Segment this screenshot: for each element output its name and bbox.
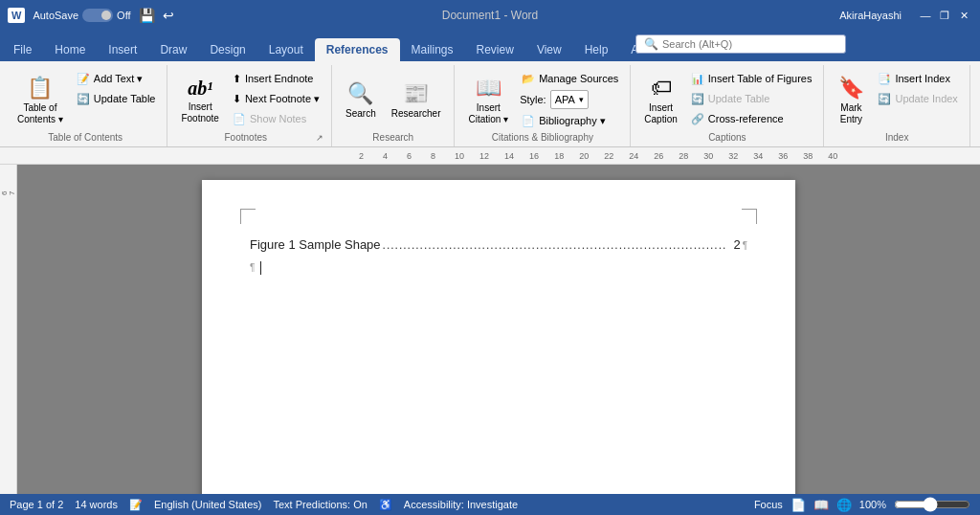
accessibility-label[interactable]: Accessibility: Investigate: [404, 499, 518, 510]
bibliography-button[interactable]: 📄 Bibliography ▾: [518, 111, 622, 130]
update-table-icon: 🔄: [77, 93, 90, 105]
print-layout-icon[interactable]: 📄: [791, 498, 806, 512]
toc-entry-figure1: Figure 1 Sample Shape ..................…: [250, 237, 747, 252]
insert-index-button[interactable]: 📑 Insert Index: [874, 69, 961, 88]
cursor-line[interactable]: ¶: [250, 259, 747, 275]
update-table-captions-button[interactable]: 🔄 Update Table: [687, 89, 816, 108]
search-btn-icon: 🔍: [347, 81, 373, 106]
ribbon-group-index: 🔖 MarkEntry 📑 Insert Index 🔄 Update Inde…: [824, 65, 969, 146]
show-notes-button[interactable]: 📄 Show Notes: [229, 109, 323, 128]
search-button[interactable]: 🔍 Search: [340, 69, 382, 132]
mark-entry-button[interactable]: 🔖 MarkEntry: [832, 69, 870, 132]
insert-footnote-label: InsertFootnote: [181, 101, 218, 124]
tab-draw[interactable]: Draw: [148, 38, 198, 61]
researcher-icon: 📰: [403, 81, 429, 106]
page-info: Page 1 of 2: [10, 499, 63, 510]
undo-icon[interactable]: ↩: [163, 8, 174, 23]
autosave-control[interactable]: AutoSave Off: [33, 9, 130, 22]
autosave-toggle-thumb: [101, 11, 111, 20]
spellcheck-icon[interactable]: 📝: [129, 499, 143, 511]
manage-sources-button[interactable]: 📂 Manage Sources: [518, 69, 622, 88]
ribbon-tabs: File Home Insert Draw Design Layout Refe…: [0, 31, 682, 61]
footnotes-dialog-launcher[interactable]: ↗: [316, 133, 323, 145]
tab-help[interactable]: Help: [573, 38, 620, 61]
corner-mark-tr: [742, 209, 757, 224]
search-bar[interactable]: 🔍: [635, 34, 846, 54]
paragraph-mark-2: ¶: [250, 262, 255, 273]
insert-footnote-icon: ab¹: [188, 77, 212, 100]
web-layout-icon[interactable]: 🌐: [836, 498, 852, 512]
doc-title: Document1 - Word: [442, 9, 538, 22]
document-page[interactable]: Figure 1 Sample Shape ..................…: [202, 180, 795, 494]
update-index-button[interactable]: 🔄 Update Index: [874, 89, 961, 108]
document-area: 1 2 3 4 5 6 7 8 9 10 11 12 Figure 1 Samp…: [0, 165, 980, 494]
vertical-ruler: 1 2 3 4 5 6 7 8 9 10 11 12: [0, 165, 17, 494]
maximize-button[interactable]: ❐: [936, 7, 953, 24]
bibliography-icon: 📄: [522, 115, 535, 127]
insert-citation-button[interactable]: 📖 InsertCitation ▾: [462, 69, 514, 132]
tab-layout[interactable]: Layout: [257, 38, 315, 61]
autosave-toggle-pill[interactable]: [82, 9, 113, 22]
research-group-content: 🔍 Search 📰 Researcher: [340, 69, 446, 132]
app-logo: W: [8, 8, 25, 23]
show-notes-icon: 📄: [233, 113, 246, 125]
captions-group-label: Captions: [638, 132, 815, 145]
titlebar: W AutoSave Off 💾 ↩ Document1 - Word Akir…: [0, 0, 980, 31]
zoom-slider[interactable]: [894, 499, 970, 510]
bibliography-label: Bibliography ▾: [539, 115, 606, 127]
read-mode-icon[interactable]: 📖: [813, 498, 829, 512]
researcher-label: Researcher: [391, 108, 441, 120]
insert-caption-label: InsertCaption: [644, 102, 677, 125]
cross-reference-button[interactable]: 🔗 Cross-reference: [687, 109, 816, 128]
language[interactable]: English (United States): [154, 499, 262, 510]
add-text-label: Add Text ▾: [94, 73, 144, 85]
focus-button[interactable]: Focus: [754, 499, 783, 510]
insert-tof-label: Insert Table of Figures: [708, 73, 813, 84]
manage-sources-label: Manage Sources: [539, 73, 618, 84]
search-input[interactable]: [662, 38, 837, 50]
style-selector[interactable]: Style: APA ▾: [518, 89, 622, 110]
style-dropdown[interactable]: APA ▾: [550, 90, 589, 109]
insert-tof-icon: 📊: [691, 73, 704, 85]
insert-table-of-figures-button[interactable]: 📊 Insert Table of Figures: [687, 69, 816, 88]
paragraph-mark: ¶: [743, 240, 747, 251]
tab-file[interactable]: File: [2, 38, 43, 61]
insert-citation-icon: 📖: [476, 76, 501, 101]
doc-scroll-area[interactable]: Figure 1 Sample Shape ..................…: [17, 165, 980, 494]
document-content[interactable]: Figure 1 Sample Shape ..................…: [250, 237, 747, 275]
insert-endnote-button[interactable]: ⬆ Insert Endnote: [229, 69, 323, 88]
update-index-label: Update Index: [895, 93, 957, 104]
toc-label: Table ofContents ▾: [17, 102, 63, 125]
style-value: APA: [555, 94, 575, 105]
statusbar: Page 1 of 2 14 words 📝 English (United S…: [0, 494, 980, 515]
add-text-button[interactable]: 📝 Add Text ▾: [73, 69, 160, 88]
insert-caption-button[interactable]: 🏷 InsertCaption: [638, 69, 682, 132]
tab-view[interactable]: View: [525, 38, 573, 61]
minimize-button[interactable]: —: [917, 7, 934, 24]
toc-entry-label: Figure 1 Sample Shape: [250, 237, 381, 252]
update-table-toc-button[interactable]: 🔄 Update Table: [73, 89, 160, 108]
word-count: 14 words: [75, 499, 118, 510]
insert-footnote-button[interactable]: ab¹ InsertFootnote: [175, 69, 224, 132]
statusbar-right: Focus 📄 📖 🌐 100%: [754, 498, 970, 512]
autosave-state: Off: [117, 10, 130, 21]
next-footnote-button[interactable]: ⬇ Next Footnote ▾: [229, 89, 323, 108]
footnote-small-buttons: ⬆ Insert Endnote ⬇ Next Footnote ▾ 📄 Sho…: [229, 69, 323, 128]
ruler-marks: 2 4 6 8 10 12 14 16 18 20 22 24 26 28 30…: [359, 151, 837, 161]
insert-endnote-label: Insert Endnote: [245, 73, 314, 84]
style-chevron-icon: ▾: [579, 95, 584, 104]
tab-mailings[interactable]: Mailings: [400, 38, 465, 61]
tab-review[interactable]: Review: [465, 38, 525, 61]
titlebar-right-section: AkiraHayashi — ❐ ✕: [839, 7, 972, 24]
save-icon[interactable]: 💾: [139, 8, 155, 23]
tab-references[interactable]: References: [315, 38, 400, 61]
table-of-contents-button[interactable]: 📋 Table ofContents ▾: [11, 69, 69, 132]
tab-home[interactable]: Home: [43, 38, 97, 61]
tab-design[interactable]: Design: [198, 38, 256, 61]
tab-insert[interactable]: Insert: [97, 38, 148, 61]
next-footnote-label: Next Footnote ▾: [245, 93, 320, 105]
insert-caption-icon: 🏷: [651, 76, 672, 101]
close-button[interactable]: ✕: [955, 7, 972, 24]
researcher-button[interactable]: 📰 Researcher: [386, 69, 447, 132]
toc-entry-dots: ........................................…: [383, 238, 728, 252]
